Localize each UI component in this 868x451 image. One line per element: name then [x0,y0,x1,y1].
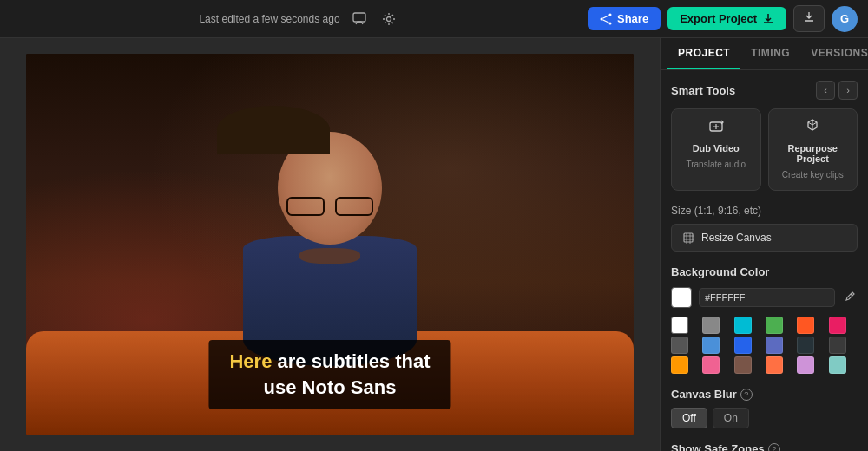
download-button[interactable] [793,5,825,32]
panel-tabs: PROJECT TIMING VERSIONS [661,38,868,70]
safe-zones-header: Show Safe Zones ? [671,442,858,451]
smart-tools-nav: ‹ › [816,81,858,100]
repurpose-name: Repurpose Project [776,143,851,164]
comments-button[interactable] [349,9,370,29]
color-orange-red[interactable] [797,317,814,334]
canvas-blur-header: Canvas Blur ? [671,388,858,401]
dub-video-desc: Translate audio [686,160,746,169]
svg-point-2 [601,17,603,20]
canvas-blur-title: Canvas Blur [671,388,737,401]
head [278,132,382,245]
color-cyan[interactable] [734,317,752,334]
panel-content: Smart Tools ‹ › Dub Video [661,70,868,451]
color-deep-orange[interactable] [766,356,783,374]
color-orange[interactable] [671,356,688,374]
settings-button[interactable] [378,9,399,29]
subtitle-line2: use Noto Sans [229,376,430,399]
svg-line-6 [602,19,608,23]
right-panel: PROJECT TIMING VERSIONS Smart Tools ‹ › [660,38,868,451]
color-purple[interactable] [797,356,814,374]
color-bright-blue[interactable] [734,337,752,354]
color-mid-gray[interactable] [671,337,688,354]
smart-tools-grid: Dub Video Translate audio Repurpose Proj… [671,108,858,191]
color-hex-input[interactable] [699,288,835,307]
glasses [286,197,373,214]
repurpose-icon [776,118,851,140]
svg-line-5 [602,15,608,18]
subtitle-line1: Here are subtitles that [229,350,430,373]
resize-canvas-button[interactable]: Resize Canvas [671,224,858,252]
repurpose-desc: Create key clips [782,170,844,180]
svg-point-4 [609,22,612,24]
main-color-swatch[interactable] [671,287,692,308]
export-label: Export Project [680,12,757,25]
svg-rect-8 [684,233,693,242]
main-content: Here are subtitles that use Noto Sans PR… [0,38,868,451]
topbar-center: Last edited a few seconds ago [199,9,398,29]
nav-prev-button[interactable]: ‹ [816,81,835,100]
avatar-button[interactable]: G [832,6,858,32]
color-blue[interactable] [702,337,720,354]
safe-zones-title: Show Safe Zones [671,442,765,451]
smart-tools-title: Smart Tools [671,84,735,97]
dub-video-name: Dub Video [679,143,753,154]
subtitle-overlay: Here are subtitles that use Noto Sans [208,340,450,409]
color-gray[interactable] [702,317,720,334]
blur-off-button[interactable]: Off [671,408,707,428]
smart-tools-header: Smart Tools ‹ › [671,81,858,100]
blur-toggle-row: Off On [671,408,858,428]
svg-rect-0 [353,13,365,22]
color-brown[interactable] [734,356,752,374]
size-label: Size (1:1, 9:16, etc) [671,205,858,217]
nav-next-button[interactable]: › [838,81,858,100]
export-button[interactable]: Export Project [667,7,786,30]
blur-on-button[interactable]: On [713,408,749,428]
tab-versions[interactable]: VERSIONS [800,38,868,69]
svg-point-3 [609,13,612,16]
color-teal[interactable] [829,356,846,374]
share-label: Share [617,12,648,25]
bg-color-row [671,287,858,308]
video-area: Here are subtitles that use Noto Sans [0,38,660,451]
subtitle-line1-text: are subtitles that [278,350,431,372]
safe-zones-help: ? [768,443,780,452]
share-button[interactable]: Share [588,7,661,30]
svg-point-1 [386,16,391,21]
background-color-title: Background Color [671,265,858,278]
dub-video-icon [679,118,753,140]
subtitle-highlight: Here [229,350,272,372]
tab-project[interactable]: PROJECT [667,38,740,69]
dub-video-card[interactable]: Dub Video Translate audio [671,108,761,191]
color-white[interactable] [671,317,688,334]
color-green[interactable] [766,317,783,334]
tab-timing[interactable]: TIMING [740,38,800,69]
topbar: Last edited a few seconds ago Share Expo… [0,0,868,38]
color-indigo[interactable] [766,337,783,354]
video-player[interactable]: Here are subtitles that use Noto Sans [26,54,634,435]
color-pink[interactable] [829,317,846,334]
eyedropper-button[interactable] [842,289,858,307]
color-dark-blue[interactable] [797,337,814,354]
resize-canvas-label: Resize Canvas [701,232,772,244]
repurpose-card[interactable]: Repurpose Project Create key clips [768,108,858,191]
topbar-right: Share Export Project G [588,5,858,32]
color-palette [671,317,858,374]
canvas-blur-help: ? [740,389,753,401]
beard [299,248,360,264]
color-light-pink[interactable] [702,356,720,374]
color-dark[interactable] [829,337,846,354]
last-edited-label: Last edited a few seconds ago [199,13,339,25]
